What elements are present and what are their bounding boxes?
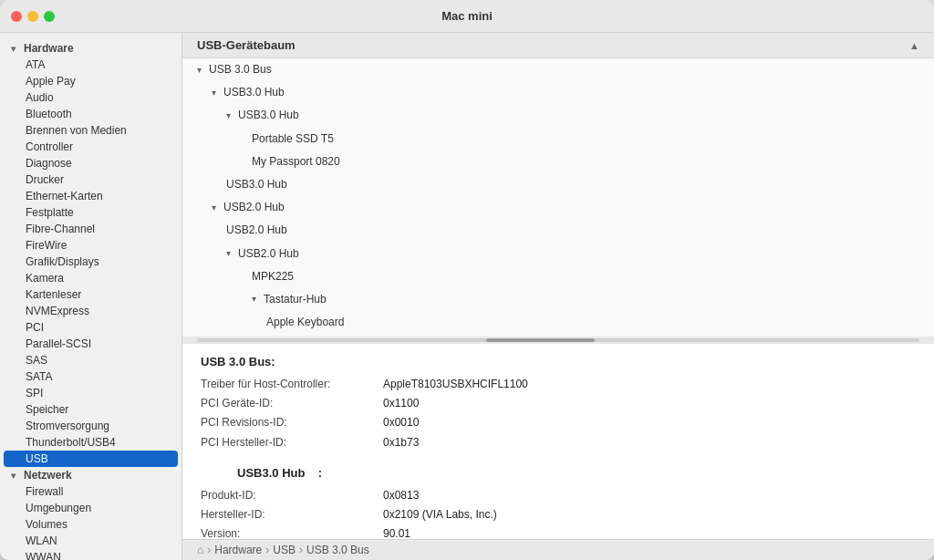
detail-sub-value-1: 0x2109 (VIA Labs, Inc.): [383, 506, 497, 524]
sidebar-item-ata[interactable]: ATA: [0, 57, 182, 73]
titlebar: Mac mini: [0, 0, 934, 33]
sidebar-item-volumes[interactable]: Volumes: [0, 516, 182, 533]
detail-value-0: AppleT8103USBXHCIFL1100: [383, 376, 528, 393]
sidebar-item-controller[interactable]: Controller: [0, 139, 182, 155]
tree-container[interactable]: ▾ USB 3.0 Bus ▾ USB3.0 Hub ▾: [182, 58, 934, 337]
main-window: Mac mini ▾ Hardware ATA Apple Pay Audio …: [0, 0, 934, 560]
tree-item-usb30bus[interactable]: ▾ USB 3.0 Bus: [182, 58, 934, 81]
tree-item-mypassport[interactable]: My Passport 0820: [182, 150, 934, 173]
detail-sub-label-0: Produkt-ID:: [201, 487, 383, 504]
detail-value-1: 0x1100: [383, 395, 419, 412]
sidebar-item-ethernet[interactable]: Ethernet-Karten: [0, 188, 182, 204]
detail-row-2: PCI Revisions-ID: 0x0010: [201, 414, 916, 431]
breadcrumb-sep-3: ›: [299, 544, 303, 556]
chevron-icon: ▾: [226, 109, 235, 123]
tree-item-usb20hub-2[interactable]: USB2.0 Hub: [182, 219, 934, 242]
main-content: ▾ Hardware ATA Apple Pay Audio Bluetooth…: [0, 33, 934, 560]
sidebar-item-thunderbolt[interactable]: Thunderbolt/USB4: [0, 434, 182, 451]
sidebar-item-spi[interactable]: SPI: [0, 385, 182, 401]
chevron-icon: ▾: [226, 246, 235, 261]
sidebar-item-festplatte[interactable]: Festplatte: [0, 204, 182, 221]
tree-item-tastaturhub[interactable]: ▾ Tastatur-Hub: [182, 288, 934, 311]
sidebar-item-umgebungen[interactable]: Umgebungen: [0, 500, 182, 516]
detail-info: USB 3.0 Bus: Treiber für Host-Controller…: [182, 344, 934, 539]
tree-item-usb20hub-1[interactable]: ▾ USB2.0 Hub: [182, 196, 934, 219]
sidebar-item-drucker[interactable]: Drucker: [0, 171, 182, 188]
scrollbar-thumb[interactable]: [486, 338, 595, 342]
collapse-icon[interactable]: ▲: [909, 40, 919, 51]
detail-value-3: 0x1b73: [383, 434, 419, 451]
detail-table-sub: Produkt-ID: 0x0813 Hersteller-ID: 0x2109…: [201, 487, 916, 539]
detail-table-usb30bus: Treiber für Host-Controller: AppleT8103U…: [201, 376, 916, 451]
sidebar-item-wwan[interactable]: WWAN: [0, 549, 182, 560]
detail-row-0: Treiber für Host-Controller: AppleT8103U…: [201, 376, 916, 393]
detail-label-0: Treiber für Host-Controller:: [201, 376, 383, 393]
tree-item-usb30hub-1[interactable]: ▾ USB3.0 Hub: [182, 81, 934, 104]
tree-item-mpk225[interactable]: MPK225: [182, 265, 934, 288]
detail-info-title: USB 3.0 Bus:: [201, 355, 916, 368]
chevron-icon: ▾: [212, 86, 221, 100]
tree-item-usb30hub-2[interactable]: ▾ USB3.0 Hub: [182, 104, 934, 127]
close-button[interactable]: [11, 11, 22, 22]
sidebar-item-grafik[interactable]: Grafik/Displays: [0, 254, 182, 270]
chevron-hardware-icon: ▾: [11, 44, 20, 54]
detail-row-1: PCI Geräte-ID: 0x1100: [201, 395, 916, 412]
sidebar-item-firewall[interactable]: Firewall: [0, 483, 182, 500]
minimize-button[interactable]: [27, 11, 38, 22]
breadcrumb-sep-2: ›: [265, 544, 269, 556]
sidebar-item-nvmexpress[interactable]: NVMExpress: [0, 303, 182, 319]
detail-panel: USB-Gerätebaum ▲ ▾ USB 3.0 Bus: [182, 33, 934, 560]
detail-sub-value-2: 90.01: [383, 525, 410, 539]
fullscreen-button[interactable]: [44, 11, 55, 22]
traffic-lights: [11, 11, 55, 22]
scrollbar-area[interactable]: [182, 337, 934, 344]
sidebar-item-parallelscsi[interactable]: Parallel-SCSI: [0, 336, 182, 352]
sidebar-item-usb[interactable]: USB: [4, 451, 178, 467]
sidebar-item-bluetooth[interactable]: Bluetooth: [0, 106, 182, 122]
section-header-bar: USB-Gerätebaum ▲: [182, 33, 934, 58]
window-title: Mac mini: [441, 9, 493, 23]
tree-item-usb20hub-3[interactable]: ▾ USB2.0 Hub: [182, 243, 934, 265]
sub-section-title: USB3.0 Hub :: [201, 466, 916, 480]
sidebar-item-speicher[interactable]: Speicher: [0, 401, 182, 418]
chevron-icon: ▾: [212, 201, 221, 215]
detail-sub-label-1: Hersteller-ID:: [201, 506, 383, 524]
breadcrumb-item-usb[interactable]: USB: [273, 544, 296, 556]
chevron-icon: ▾: [197, 63, 206, 78]
chevron-icon: ▾: [252, 292, 261, 306]
tree-item-applekeyboard[interactable]: Apple Keyboard: [182, 311, 934, 334]
detail-sub-row-2: Version: 90.01: [201, 525, 916, 539]
sidebar-item-brennen[interactable]: Brennen von Medien: [0, 122, 182, 139]
sidebar-item-firewire[interactable]: FireWire: [0, 237, 182, 254]
detail-sub-label-2: Version:: [201, 525, 383, 539]
scrollbar-track[interactable]: [197, 338, 919, 342]
sidebar-item-pci[interactable]: PCI: [0, 319, 182, 336]
sidebar-item-kartenleser[interactable]: Kartenleser: [0, 286, 182, 303]
sidebar-item-audio[interactable]: Audio: [0, 89, 182, 106]
sidebar-item-fibrechannel[interactable]: Fibre-Channel: [0, 221, 182, 237]
sidebar-item-diagnose[interactable]: Diagnose: [0, 155, 182, 171]
tree-item-usb30hub-3[interactable]: USB3.0 Hub: [182, 173, 934, 196]
breadcrumb-sep-1: ›: [207, 544, 211, 556]
sidebar-section-hardware: ▾ Hardware: [0, 40, 182, 57]
sidebar-item-wlan[interactable]: WLAN: [0, 533, 182, 549]
tree-item-portablessd[interactable]: Portable SSD T5: [182, 128, 934, 150]
sidebar-item-applepay[interactable]: Apple Pay: [0, 73, 182, 89]
sidebar-item-stromversorgung[interactable]: Stromversorgung: [0, 418, 182, 434]
breadcrumb-item-usb30bus[interactable]: USB 3.0 Bus: [306, 544, 369, 556]
breadcrumb-bar: ⌂ › Hardware › USB › USB 3.0 Bus: [182, 539, 934, 560]
detail-sub-row-0: Produkt-ID: 0x0813: [201, 487, 916, 504]
section-title: USB-Gerätebaum: [197, 38, 296, 52]
breadcrumb-home-icon: ⌂: [197, 544, 203, 556]
sidebar-item-kamera[interactable]: Kamera: [0, 270, 182, 286]
chevron-netzwerk-icon: ▾: [11, 471, 20, 481]
detail-label-2: PCI Revisions-ID:: [201, 414, 383, 431]
sidebar-section-netzwerk: ▾ Netzwerk: [0, 467, 182, 483]
detail-row-3: PCI Hersteller-ID: 0x1b73: [201, 434, 916, 451]
sidebar-item-sata[interactable]: SATA: [0, 368, 182, 385]
detail-sub-value-0: 0x0813: [383, 487, 419, 504]
detail-label-1: PCI Geräte-ID:: [201, 395, 383, 412]
sidebar[interactable]: ▾ Hardware ATA Apple Pay Audio Bluetooth…: [0, 33, 182, 560]
sidebar-item-sas[interactable]: SAS: [0, 352, 182, 368]
breadcrumb-item-hardware[interactable]: Hardware: [214, 544, 262, 556]
